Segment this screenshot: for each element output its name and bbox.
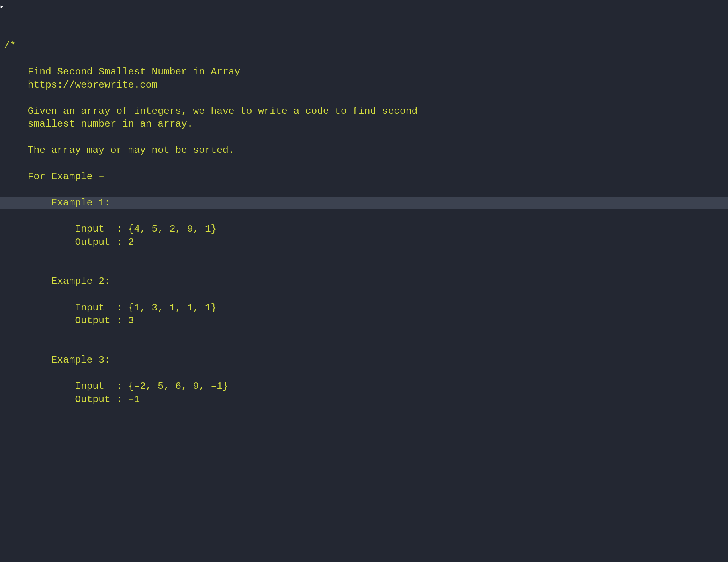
code-line[interactable] [0, 157, 728, 170]
code-line[interactable]: Output : 3 [0, 314, 728, 328]
code-line[interactable]: https://webrewrite.com [0, 79, 728, 92]
code-line[interactable]: Output : –1 [0, 393, 728, 406]
code-lines-container: /* Find Second Smallest Number in Array … [0, 39, 728, 406]
code-line[interactable]: Input : {–2, 5, 6, 9, –1} [0, 380, 728, 393]
code-line[interactable]: Example 2: [0, 275, 728, 288]
code-line[interactable] [0, 328, 728, 341]
code-line[interactable]: smallest number in an array. [0, 118, 728, 131]
code-line[interactable]: Input : {1, 3, 1, 1, 1} [0, 302, 728, 315]
code-editor[interactable]: ▸ /* Find Second Smallest Number in Arra… [0, 0, 728, 419]
code-line[interactable]: The array may or may not be sorted. [0, 144, 728, 157]
code-line[interactable] [0, 183, 728, 197]
code-line[interactable]: Example 3: [0, 354, 728, 367]
code-line[interactable] [0, 340, 728, 354]
code-line[interactable] [0, 209, 728, 223]
code-line[interactable] [0, 92, 728, 105]
code-line[interactable]: For Example – [0, 170, 728, 184]
code-line[interactable] [0, 249, 728, 262]
code-line[interactable] [0, 367, 728, 380]
fold-marker-icon[interactable]: ▸ [0, 4, 4, 10]
code-line[interactable]: /* [0, 39, 728, 53]
code-line[interactable] [0, 288, 728, 302]
code-line[interactable]: Example 1: [0, 197, 728, 210]
code-line[interactable]: Output : 2 [0, 236, 728, 249]
code-line[interactable]: Given an array of integers, we have to w… [0, 105, 728, 118]
code-line[interactable]: Find Second Smallest Number in Array [0, 66, 728, 79]
code-line[interactable] [0, 262, 728, 275]
code-line[interactable] [0, 52, 728, 66]
code-line[interactable]: Input : {4, 5, 2, 9, 1} [0, 223, 728, 236]
code-line[interactable] [0, 131, 728, 144]
